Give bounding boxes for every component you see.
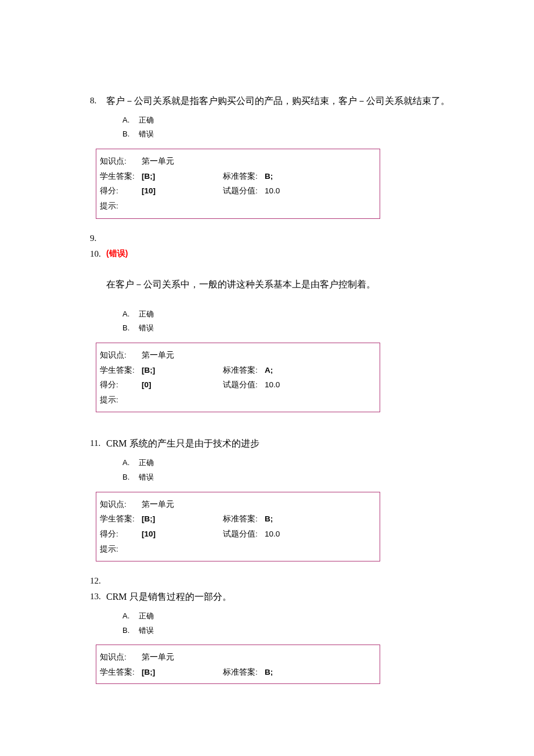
value-score: [0]: [142, 377, 223, 393]
label-topic: 知识点:: [100, 497, 142, 512]
label-point-value: 试题分值:: [223, 183, 265, 199]
question-number: 13.: [90, 589, 106, 604]
value-score: [10]: [142, 183, 223, 199]
value-point-value: 10.0: [265, 183, 280, 199]
value-topic: 第一单元: [142, 154, 223, 169]
question-number-stub: 12.: [90, 573, 106, 589]
value-correct-answer: A;: [265, 363, 273, 378]
question-number-stub: 9.: [90, 231, 106, 246]
answer-box: 知识点: 第一单元 学生答案: [B;] 标准答案: B;: [96, 645, 380, 683]
option-text: 错误: [139, 470, 154, 485]
question-number: 8.: [90, 93, 106, 109]
value-student-answer: [B;]: [142, 665, 223, 680]
option-a: A. 正确: [122, 609, 453, 624]
option-text: 正确: [139, 307, 154, 322]
option-b: B. 错误: [122, 321, 453, 336]
option-a: A. 正确: [122, 456, 453, 470]
option-text: 正确: [139, 113, 154, 128]
label-topic: 知识点:: [100, 650, 142, 665]
page: 8. 客户－公司关系就是指客户购买公司的产品，购买结束，客户－公司关系就结束了。…: [0, 0, 534, 742]
label-topic: 知识点:: [100, 154, 142, 169]
question-text: 客户－公司关系就是指客户购买公司的产品，购买结束，客户－公司关系就结束了。: [106, 93, 450, 110]
options: A. 正确 B. 错误: [122, 307, 453, 336]
option-b: B. 错误: [122, 470, 453, 485]
question-13: 12. 13. CRM 只是销售过程的一部分。 A. 正确 B. 错误 知识点:…: [90, 573, 453, 683]
label-hint: 提示:: [100, 542, 142, 557]
label-point-value: 试题分值:: [223, 377, 265, 393]
label-student-answer: 学生答案:: [100, 512, 142, 527]
option-letter: B.: [122, 321, 139, 336]
question-line: 13. CRM 只是销售过程的一部分。: [90, 589, 453, 606]
label-correct-answer: 标准答案:: [223, 665, 265, 680]
option-a: A. 正确: [122, 113, 453, 128]
label-hint: 提示:: [100, 393, 142, 408]
value-student-answer: [B;]: [142, 512, 223, 527]
label-student-answer: 学生答案:: [100, 665, 142, 680]
answer-box: 知识点: 第一单元 学生答案: [B;] 标准答案: B; 得分: [10] 试…: [96, 149, 380, 219]
answer-box: 知识点: 第一单元 学生答案: [B;] 标准答案: A; 得分: [0] 试题…: [96, 343, 380, 413]
option-letter: A.: [122, 609, 139, 624]
question-text: CRM 只是销售过程的一部分。: [106, 589, 232, 606]
question-number: 11.: [90, 435, 106, 451]
label-correct-answer: 标准答案:: [223, 512, 265, 527]
value-correct-answer: B;: [265, 512, 273, 527]
option-text: 错误: [139, 127, 154, 142]
option-text: 错误: [139, 321, 154, 336]
option-letter: B.: [122, 470, 139, 485]
error-badge: (错误): [106, 246, 128, 262]
value-student-answer: [B;]: [142, 363, 223, 378]
options: A. 正确 B. 错误: [122, 456, 453, 484]
label-score: 得分:: [100, 527, 142, 542]
value-score: [10]: [142, 527, 223, 542]
label-student-answer: 学生答案:: [100, 363, 142, 378]
value-correct-answer: B;: [265, 665, 273, 680]
option-text: 正确: [139, 456, 154, 470]
label-hint: 提示:: [100, 199, 142, 214]
option-letter: B.: [122, 624, 139, 638]
options: A. 正确 B. 错误: [122, 609, 453, 638]
option-b: B. 错误: [122, 127, 453, 142]
label-score: 得分:: [100, 377, 142, 393]
value-topic: 第一单元: [142, 497, 223, 512]
question-line: 11. CRM 系统的产生只是由于技术的进步: [90, 435, 453, 452]
option-text: 正确: [139, 609, 154, 624]
value-point-value: 10.0: [265, 377, 280, 393]
question-number: 10.: [90, 246, 106, 262]
question-text: CRM 系统的产生只是由于技术的进步: [106, 435, 259, 452]
label-point-value: 试题分值:: [223, 527, 265, 542]
label-topic: 知识点:: [100, 348, 142, 363]
label-correct-answer: 标准答案:: [223, 169, 265, 184]
option-letter: A.: [122, 113, 139, 128]
option-letter: A.: [122, 456, 139, 470]
value-student-answer: [B;]: [142, 169, 223, 184]
option-a: A. 正确: [122, 307, 453, 322]
label-correct-answer: 标准答案:: [223, 363, 265, 378]
answer-box: 知识点: 第一单元 学生答案: [B;] 标准答案: B; 得分: [10] 试…: [96, 492, 380, 562]
value-correct-answer: B;: [265, 169, 273, 184]
label-score: 得分:: [100, 183, 142, 199]
question-text: 在客户－公司关系中，一般的讲这种关系基本上是由客户控制着。: [106, 262, 453, 304]
value-topic: 第一单元: [142, 650, 223, 665]
options: A. 正确 B. 错误: [122, 113, 453, 142]
value-point-value: 10.0: [265, 527, 280, 542]
question-8: 8. 客户－公司关系就是指客户购买公司的产品，购买结束，客户－公司关系就结束了。…: [90, 93, 453, 219]
option-text: 错误: [139, 624, 154, 638]
question-11: 11. CRM 系统的产生只是由于技术的进步 A. 正确 B. 错误 知识点: …: [90, 435, 453, 561]
option-letter: A.: [122, 307, 139, 322]
option-b: B. 错误: [122, 624, 453, 638]
question-10: 9. 10. (错误) 在客户－公司关系中，一般的讲这种关系基本上是由客户控制着…: [90, 231, 453, 413]
value-topic: 第一单元: [142, 348, 223, 363]
option-letter: B.: [122, 127, 139, 142]
label-student-answer: 学生答案:: [100, 169, 142, 184]
question-line: 8. 客户－公司关系就是指客户购买公司的产品，购买结束，客户－公司关系就结束了。: [90, 93, 453, 110]
